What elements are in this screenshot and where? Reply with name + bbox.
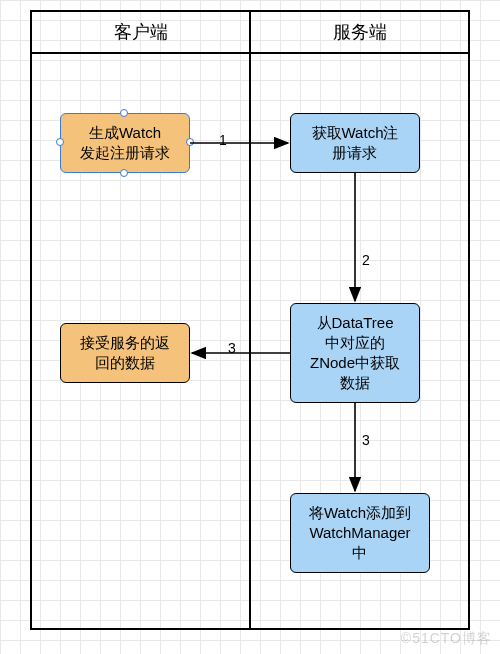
node-label: 接受服务的返 回的数据 bbox=[80, 333, 170, 374]
resize-handle[interactable] bbox=[120, 169, 128, 177]
swimlane-header: 客户端 服务端 bbox=[32, 12, 468, 54]
resize-handle[interactable] bbox=[120, 109, 128, 117]
node-server-datatree-znode[interactable]: 从DataTree 中对应的 ZNode中获取 数据 bbox=[290, 303, 420, 403]
watermark: ©51CTO博客 bbox=[401, 630, 492, 648]
resize-handle[interactable] bbox=[186, 138, 194, 146]
node-label: 获取Watch注 册请求 bbox=[312, 123, 399, 164]
node-label: 生成Watch 发起注册请求 bbox=[80, 123, 170, 164]
lane-client-header: 客户端 bbox=[32, 12, 251, 52]
node-client-receive-data[interactable]: 接受服务的返 回的数据 bbox=[60, 323, 190, 383]
edge-label-4: 3 bbox=[362, 432, 370, 448]
edge-label-2: 2 bbox=[362, 252, 370, 268]
edge-label-3: 3 bbox=[228, 340, 236, 356]
node-client-generate-watch[interactable]: 生成Watch 发起注册请求 bbox=[60, 113, 190, 173]
node-label: 从DataTree 中对应的 ZNode中获取 数据 bbox=[310, 313, 400, 394]
node-label: 将Watch添加到 WatchManager 中 bbox=[309, 503, 411, 564]
resize-handle[interactable] bbox=[56, 138, 64, 146]
lane-server-header: 服务端 bbox=[251, 12, 468, 52]
edge-label-1: 1 bbox=[219, 132, 227, 148]
swimlane-divider bbox=[249, 54, 251, 628]
node-server-add-watchmanager[interactable]: 将Watch添加到 WatchManager 中 bbox=[290, 493, 430, 573]
node-server-get-watch-request[interactable]: 获取Watch注 册请求 bbox=[290, 113, 420, 173]
